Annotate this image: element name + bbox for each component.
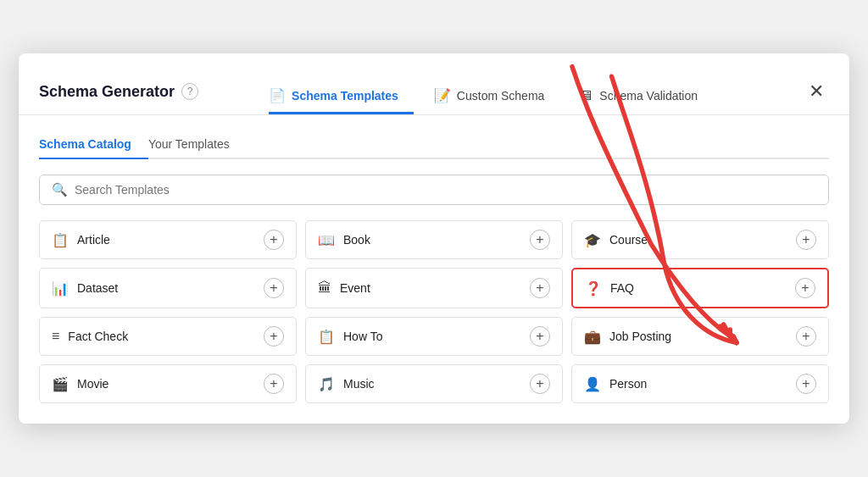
schema-item-article[interactable]: 📋 Article +	[39, 220, 297, 259]
tab-schema-templates-label: Schema Templates	[292, 89, 398, 103]
schema-item-dataset[interactable]: 📊 Dataset +	[39, 268, 297, 308]
schema-item-course[interactable]: 🎓 Course +	[571, 220, 829, 259]
person-icon: 👤	[584, 376, 601, 392]
music-add-button[interactable]: +	[530, 374, 550, 394]
schema-item-book[interactable]: 📖 Book +	[305, 220, 563, 259]
book-add-button[interactable]: +	[530, 230, 550, 250]
schema-templates-icon: 📄	[269, 87, 286, 103]
faq-label: FAQ	[610, 281, 634, 295]
course-label: Course	[609, 233, 648, 247]
person-add-button[interactable]: +	[796, 374, 816, 394]
tab-schema-templates[interactable]: 📄 Schema Templates	[269, 79, 414, 114]
music-label: Music	[343, 377, 375, 391]
job-posting-icon: 💼	[584, 329, 601, 345]
movie-icon: 🎬	[52, 376, 69, 392]
dataset-label: Dataset	[77, 281, 118, 295]
main-tabs: 📄 Schema Templates 📝 Custom Schema 🖥 Sch…	[248, 79, 754, 114]
schema-item-music[interactable]: 🎵 Music +	[305, 364, 563, 403]
schema-validation-icon: 🖥	[580, 88, 593, 103]
faq-add-button[interactable]: +	[795, 278, 815, 298]
event-add-button[interactable]: +	[530, 278, 550, 298]
sub-tab-schema-catalog[interactable]: Schema Catalog	[39, 130, 148, 159]
article-icon: 📋	[52, 232, 69, 248]
article-add-button[interactable]: +	[264, 230, 284, 250]
search-input[interactable]	[75, 183, 816, 197]
schema-item-how-to[interactable]: 📋 How To +	[305, 317, 563, 356]
fact-check-icon: ≡	[52, 329, 59, 344]
schema-item-movie[interactable]: 🎬 Movie +	[39, 364, 297, 403]
schema-generator-modal: Schema Generator ? 📄 Schema Templates 📝 …	[19, 53, 849, 424]
dataset-add-button[interactable]: +	[264, 278, 284, 298]
sub-tab-catalog-label: Schema Catalog	[39, 137, 131, 151]
event-icon: 🏛	[318, 280, 331, 296]
movie-add-button[interactable]: +	[264, 374, 284, 394]
close-button[interactable]: ✕	[804, 80, 829, 103]
person-label: Person	[609, 377, 647, 391]
sub-tab-your-templates[interactable]: Your Templates	[148, 130, 247, 159]
schema-item-event[interactable]: 🏛 Event +	[305, 268, 563, 308]
course-icon: 🎓	[584, 232, 601, 248]
sub-tab-templates-label: Your Templates	[148, 137, 230, 151]
music-icon: 🎵	[318, 376, 335, 392]
search-bar: 🔍	[39, 175, 829, 205]
modal-header: Schema Generator ? 📄 Schema Templates 📝 …	[19, 53, 849, 115]
tab-custom-schema-label: Custom Schema	[457, 89, 544, 103]
search-icon: 🔍	[52, 182, 68, 197]
how-to-add-button[interactable]: +	[530, 326, 550, 347]
dataset-icon: 📊	[52, 280, 69, 297]
schema-grid: 📋 Article + 📖 Book + 🎓 Course +	[39, 220, 829, 403]
fact-check-label: Fact Check	[68, 330, 128, 343]
how-to-icon: 📋	[318, 329, 335, 345]
tab-custom-schema[interactable]: 📝 Custom Schema	[434, 79, 559, 114]
custom-schema-icon: 📝	[434, 87, 451, 103]
book-icon: 📖	[318, 232, 335, 248]
tab-schema-validation-label: Schema Validation	[599, 89, 698, 103]
job-posting-add-button[interactable]: +	[796, 326, 816, 347]
modal-body: Schema Catalog Your Templates 🔍 📋 Articl…	[19, 115, 849, 424]
course-add-button[interactable]: +	[796, 230, 816, 250]
tab-schema-validation[interactable]: 🖥 Schema Validation	[580, 79, 713, 114]
movie-label: Movie	[77, 377, 108, 391]
modal-title: Schema Generator	[39, 83, 175, 101]
sub-tabs: Schema Catalog Your Templates	[39, 130, 829, 159]
job-posting-label: Job Posting	[609, 330, 671, 343]
schema-item-fact-check[interactable]: ≡ Fact Check +	[39, 317, 297, 356]
how-to-label: How To	[343, 330, 382, 343]
faq-icon: ❓	[585, 280, 602, 297]
schema-item-job-posting[interactable]: 💼 Job Posting +	[571, 317, 829, 356]
event-label: Event	[340, 281, 370, 295]
schema-item-person[interactable]: 👤 Person +	[571, 364, 829, 403]
book-label: Book	[343, 233, 370, 247]
help-icon[interactable]: ?	[181, 83, 198, 100]
article-label: Article	[77, 233, 110, 247]
schema-item-faq[interactable]: ❓ FAQ +	[571, 268, 829, 308]
modal-title-row: Schema Generator ?	[39, 83, 198, 101]
fact-check-add-button[interactable]: +	[264, 326, 284, 347]
